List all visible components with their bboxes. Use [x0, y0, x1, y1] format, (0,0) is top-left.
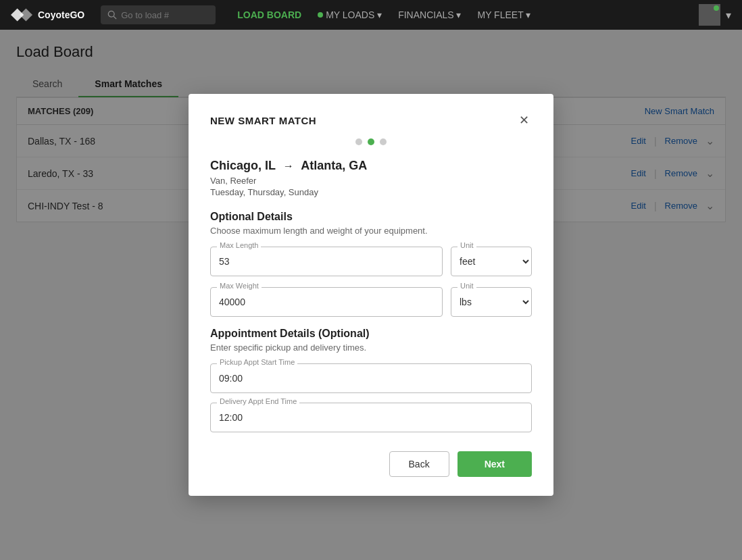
route-destination: Atlanta, GA	[301, 159, 367, 172]
global-search[interactable]	[101, 5, 216, 24]
svg-marker-1	[20, 8, 32, 21]
length-unit-select[interactable]: feet meters	[451, 247, 532, 276]
pickup-appt-field-group: Pickup Appt Start Time	[210, 363, 532, 393]
max-length-label: Max Length	[217, 241, 261, 249]
route-days: Tuesday, Thursday, Sunday	[210, 187, 532, 197]
next-button[interactable]: Next	[457, 451, 532, 477]
length-unit-label: Unit	[457, 241, 476, 249]
weight-unit-select[interactable]: lbs kg	[451, 287, 532, 317]
nav-right: ▾	[699, 4, 731, 26]
route-title: Chicago, IL → Atlanta, GA	[210, 159, 532, 173]
optional-details-section: Optional Details Choose maximum length a…	[210, 211, 532, 317]
logo[interactable]: CoyoteGO	[11, 8, 84, 22]
svg-line-3	[114, 16, 116, 19]
route-info: Chicago, IL → Atlanta, GA Van, Reefer Tu…	[210, 159, 532, 197]
max-weight-field-group: Max Weight	[210, 287, 443, 317]
modal-close-button[interactable]: ✕	[516, 113, 532, 128]
max-length-row: Max Length Unit feet meters	[210, 247, 532, 276]
step-dot-1	[355, 138, 362, 145]
modal-header: NEW SMART MATCH ✕	[210, 113, 532, 128]
route-origin: Chicago, IL	[210, 159, 276, 172]
nav-my-fleet[interactable]: MY FLEET ▾	[477, 9, 530, 20]
user-avatar[interactable]	[699, 4, 720, 26]
global-search-input[interactable]	[121, 10, 209, 20]
nav-links: LOAD BOARD MY LOADS ▾ FINANCIALS ▾ MY FL…	[237, 9, 530, 20]
appointment-title: Appointment Details (Optional)	[210, 328, 532, 340]
nav-financials[interactable]: FINANCIALS ▾	[398, 9, 461, 20]
back-button[interactable]: Back	[389, 451, 449, 477]
logo-text: CoyoteGO	[38, 9, 84, 20]
delivery-appt-field-group: Delivery Appt End Time	[210, 403, 532, 432]
weight-unit-field-group: Unit lbs kg	[451, 287, 532, 317]
route-equipment: Van, Reefer	[210, 176, 532, 186]
max-weight-label: Max Weight	[217, 282, 262, 290]
route-arrow: →	[283, 160, 297, 172]
smart-match-modal: NEW SMART MATCH ✕ Chicago, IL → Atlanta,…	[189, 94, 553, 496]
modal-footer: Back Next	[210, 451, 532, 477]
avatar-status-dot	[714, 5, 719, 11]
pickup-appt-label: Pickup Appt Start Time	[217, 358, 297, 366]
appointment-section: Appointment Details (Optional) Enter spe…	[210, 328, 532, 432]
nav-my-loads[interactable]: MY LOADS ▾	[318, 9, 382, 20]
step-dot-2	[368, 138, 374, 145]
svg-point-2	[109, 11, 115, 17]
top-navigation: CoyoteGO LOAD BOARD MY LOADS ▾ FINANCIAL…	[0, 0, 742, 30]
delivery-appt-label: Delivery Appt End Time	[217, 397, 299, 405]
pickup-appt-input[interactable]	[210, 363, 532, 393]
appointment-desc: Enter specific pickup and delivery times…	[210, 342, 532, 353]
my-loads-dot	[318, 12, 323, 18]
weight-unit-label: Unit	[457, 282, 476, 290]
nav-load-board[interactable]: LOAD BOARD	[237, 9, 301, 20]
step-dot-3	[380, 138, 387, 145]
modal-overlay: NEW SMART MATCH ✕ Chicago, IL → Atlanta,…	[0, 30, 742, 560]
stepper-dots	[210, 138, 532, 145]
optional-details-desc: Choose maximum length and weight of your…	[210, 226, 532, 236]
modal-title: NEW SMART MATCH	[210, 115, 316, 126]
length-unit-field-group: Unit feet meters	[451, 247, 532, 276]
max-length-field-group: Max Length	[210, 247, 443, 276]
max-weight-row: Max Weight Unit lbs kg	[210, 287, 532, 317]
max-length-input[interactable]	[210, 247, 443, 276]
delivery-appt-input[interactable]	[210, 403, 532, 432]
max-weight-input[interactable]	[210, 287, 443, 317]
page-background: Load Board Search Smart Matches MATCHES …	[0, 30, 742, 560]
optional-details-title: Optional Details	[210, 211, 532, 223]
nav-dropdown-arrow[interactable]: ▾	[726, 9, 731, 22]
search-icon	[107, 10, 117, 20]
